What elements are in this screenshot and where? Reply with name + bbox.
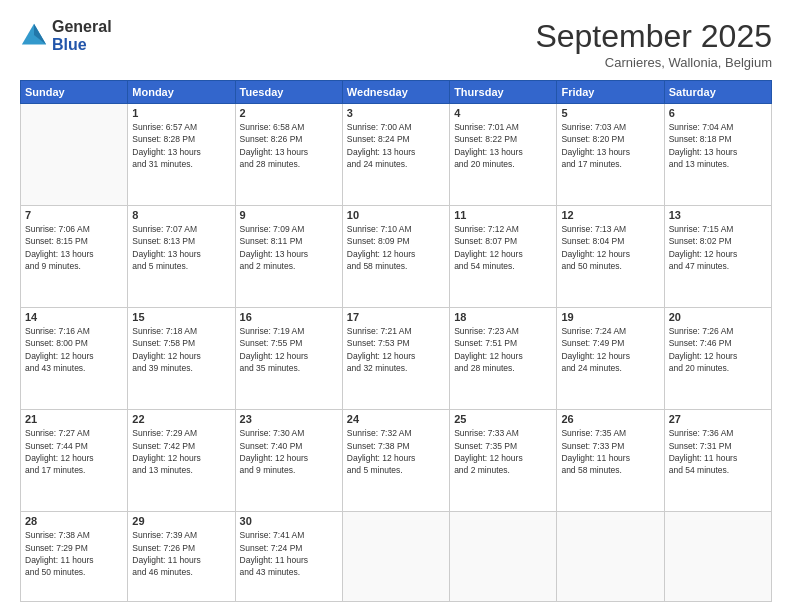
day-number: 17: [347, 311, 445, 323]
day-number: 13: [669, 209, 767, 221]
calendar-cell: 15Sunrise: 7:18 AM Sunset: 7:58 PM Dayli…: [128, 308, 235, 410]
day-number: 18: [454, 311, 552, 323]
day-number: 4: [454, 107, 552, 119]
day-number: 12: [561, 209, 659, 221]
logo-text: General Blue: [52, 18, 112, 53]
day-number: 8: [132, 209, 230, 221]
day-number: 28: [25, 515, 123, 527]
day-info: Sunrise: 7:09 AM Sunset: 8:11 PM Dayligh…: [240, 223, 338, 272]
day-info: Sunrise: 7:36 AM Sunset: 7:31 PM Dayligh…: [669, 427, 767, 476]
calendar-cell: [450, 512, 557, 602]
day-info: Sunrise: 7:41 AM Sunset: 7:24 PM Dayligh…: [240, 529, 338, 578]
logo-icon: [20, 22, 48, 50]
calendar-cell: 20Sunrise: 7:26 AM Sunset: 7:46 PM Dayli…: [664, 308, 771, 410]
day-number: 22: [132, 413, 230, 425]
day-info: Sunrise: 7:16 AM Sunset: 8:00 PM Dayligh…: [25, 325, 123, 374]
calendar-cell: 4Sunrise: 7:01 AM Sunset: 8:22 PM Daylig…: [450, 104, 557, 206]
week-row-3: 21Sunrise: 7:27 AM Sunset: 7:44 PM Dayli…: [21, 410, 772, 512]
logo: General Blue: [20, 18, 112, 53]
weekday-header-row: SundayMondayTuesdayWednesdayThursdayFrid…: [21, 81, 772, 104]
calendar-cell: 6Sunrise: 7:04 AM Sunset: 8:18 PM Daylig…: [664, 104, 771, 206]
week-row-1: 7Sunrise: 7:06 AM Sunset: 8:15 PM Daylig…: [21, 206, 772, 308]
day-number: 7: [25, 209, 123, 221]
day-number: 30: [240, 515, 338, 527]
day-number: 14: [25, 311, 123, 323]
calendar-table: SundayMondayTuesdayWednesdayThursdayFrid…: [20, 80, 772, 602]
calendar-cell: 8Sunrise: 7:07 AM Sunset: 8:13 PM Daylig…: [128, 206, 235, 308]
day-number: 26: [561, 413, 659, 425]
day-number: 15: [132, 311, 230, 323]
day-info: Sunrise: 7:04 AM Sunset: 8:18 PM Dayligh…: [669, 121, 767, 170]
logo-general: General: [52, 18, 112, 36]
day-number: 23: [240, 413, 338, 425]
calendar-cell: 17Sunrise: 7:21 AM Sunset: 7:53 PM Dayli…: [342, 308, 449, 410]
day-info: Sunrise: 7:23 AM Sunset: 7:51 PM Dayligh…: [454, 325, 552, 374]
day-info: Sunrise: 7:39 AM Sunset: 7:26 PM Dayligh…: [132, 529, 230, 578]
calendar-cell: 26Sunrise: 7:35 AM Sunset: 7:33 PM Dayli…: [557, 410, 664, 512]
weekday-header-tuesday: Tuesday: [235, 81, 342, 104]
day-number: 27: [669, 413, 767, 425]
month-title: September 2025: [535, 18, 772, 55]
calendar-cell: [342, 512, 449, 602]
calendar-cell: 23Sunrise: 7:30 AM Sunset: 7:40 PM Dayli…: [235, 410, 342, 512]
calendar-cell: 9Sunrise: 7:09 AM Sunset: 8:11 PM Daylig…: [235, 206, 342, 308]
day-number: 20: [669, 311, 767, 323]
day-info: Sunrise: 7:01 AM Sunset: 8:22 PM Dayligh…: [454, 121, 552, 170]
calendar-cell: 21Sunrise: 7:27 AM Sunset: 7:44 PM Dayli…: [21, 410, 128, 512]
calendar-cell: 5Sunrise: 7:03 AM Sunset: 8:20 PM Daylig…: [557, 104, 664, 206]
calendar-cell: 19Sunrise: 7:24 AM Sunset: 7:49 PM Dayli…: [557, 308, 664, 410]
weekday-header-monday: Monday: [128, 81, 235, 104]
day-number: 10: [347, 209, 445, 221]
calendar-cell: 22Sunrise: 7:29 AM Sunset: 7:42 PM Dayli…: [128, 410, 235, 512]
weekday-header-sunday: Sunday: [21, 81, 128, 104]
calendar-cell: 7Sunrise: 7:06 AM Sunset: 8:15 PM Daylig…: [21, 206, 128, 308]
header: General Blue September 2025 Carnieres, W…: [20, 18, 772, 70]
day-number: 3: [347, 107, 445, 119]
calendar-cell: [21, 104, 128, 206]
day-info: Sunrise: 7:06 AM Sunset: 8:15 PM Dayligh…: [25, 223, 123, 272]
day-number: 19: [561, 311, 659, 323]
day-info: Sunrise: 7:13 AM Sunset: 8:04 PM Dayligh…: [561, 223, 659, 272]
calendar-cell: 18Sunrise: 7:23 AM Sunset: 7:51 PM Dayli…: [450, 308, 557, 410]
weekday-header-thursday: Thursday: [450, 81, 557, 104]
calendar-cell: 30Sunrise: 7:41 AM Sunset: 7:24 PM Dayli…: [235, 512, 342, 602]
day-info: Sunrise: 7:15 AM Sunset: 8:02 PM Dayligh…: [669, 223, 767, 272]
calendar-cell: 28Sunrise: 7:38 AM Sunset: 7:29 PM Dayli…: [21, 512, 128, 602]
day-info: Sunrise: 7:33 AM Sunset: 7:35 PM Dayligh…: [454, 427, 552, 476]
day-info: Sunrise: 7:00 AM Sunset: 8:24 PM Dayligh…: [347, 121, 445, 170]
calendar-cell: 16Sunrise: 7:19 AM Sunset: 7:55 PM Dayli…: [235, 308, 342, 410]
calendar-cell: 14Sunrise: 7:16 AM Sunset: 8:00 PM Dayli…: [21, 308, 128, 410]
calendar-cell: 10Sunrise: 7:10 AM Sunset: 8:09 PM Dayli…: [342, 206, 449, 308]
day-info: Sunrise: 7:35 AM Sunset: 7:33 PM Dayligh…: [561, 427, 659, 476]
day-number: 2: [240, 107, 338, 119]
calendar-cell: 11Sunrise: 7:12 AM Sunset: 8:07 PM Dayli…: [450, 206, 557, 308]
page: General Blue September 2025 Carnieres, W…: [0, 0, 792, 612]
weekday-header-wednesday: Wednesday: [342, 81, 449, 104]
day-info: Sunrise: 7:07 AM Sunset: 8:13 PM Dayligh…: [132, 223, 230, 272]
title-area: September 2025 Carnieres, Wallonia, Belg…: [535, 18, 772, 70]
day-info: Sunrise: 6:57 AM Sunset: 8:28 PM Dayligh…: [132, 121, 230, 170]
day-info: Sunrise: 7:38 AM Sunset: 7:29 PM Dayligh…: [25, 529, 123, 578]
calendar-cell: [664, 512, 771, 602]
day-info: Sunrise: 7:30 AM Sunset: 7:40 PM Dayligh…: [240, 427, 338, 476]
day-number: 21: [25, 413, 123, 425]
calendar-cell: [557, 512, 664, 602]
day-number: 5: [561, 107, 659, 119]
day-info: Sunrise: 7:03 AM Sunset: 8:20 PM Dayligh…: [561, 121, 659, 170]
week-row-0: 1Sunrise: 6:57 AM Sunset: 8:28 PM Daylig…: [21, 104, 772, 206]
day-info: Sunrise: 7:18 AM Sunset: 7:58 PM Dayligh…: [132, 325, 230, 374]
day-number: 11: [454, 209, 552, 221]
week-row-4: 28Sunrise: 7:38 AM Sunset: 7:29 PM Dayli…: [21, 512, 772, 602]
day-info: Sunrise: 7:29 AM Sunset: 7:42 PM Dayligh…: [132, 427, 230, 476]
day-info: Sunrise: 7:32 AM Sunset: 7:38 PM Dayligh…: [347, 427, 445, 476]
day-info: Sunrise: 7:19 AM Sunset: 7:55 PM Dayligh…: [240, 325, 338, 374]
day-number: 1: [132, 107, 230, 119]
calendar-cell: 24Sunrise: 7:32 AM Sunset: 7:38 PM Dayli…: [342, 410, 449, 512]
calendar-cell: 1Sunrise: 6:57 AM Sunset: 8:28 PM Daylig…: [128, 104, 235, 206]
calendar-cell: 2Sunrise: 6:58 AM Sunset: 8:26 PM Daylig…: [235, 104, 342, 206]
calendar-cell: 29Sunrise: 7:39 AM Sunset: 7:26 PM Dayli…: [128, 512, 235, 602]
day-info: Sunrise: 7:21 AM Sunset: 7:53 PM Dayligh…: [347, 325, 445, 374]
subtitle: Carnieres, Wallonia, Belgium: [535, 55, 772, 70]
calendar-cell: 27Sunrise: 7:36 AM Sunset: 7:31 PM Dayli…: [664, 410, 771, 512]
day-info: Sunrise: 7:10 AM Sunset: 8:09 PM Dayligh…: [347, 223, 445, 272]
